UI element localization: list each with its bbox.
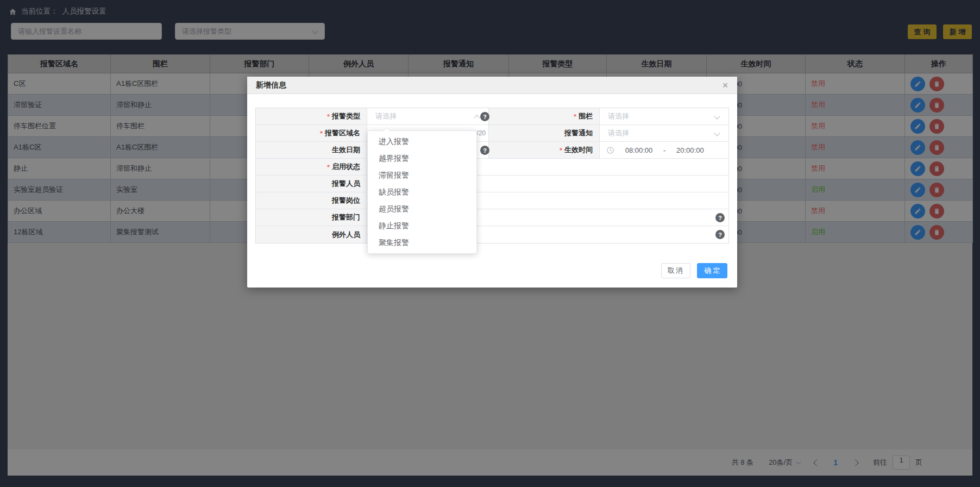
required-asterisk: * xyxy=(327,113,330,121)
dropdown-option-overstaffed[interactable]: 超员报警 xyxy=(368,201,476,217)
time-end-value[interactable]: 20:00:00 xyxy=(669,146,711,154)
form-row-type-fence: * 报警类型 请选择 ? * 围栏 请选择 xyxy=(256,108,728,125)
effective-time-label: * 生效时间 xyxy=(489,142,600,158)
modal-title: 新增信息 xyxy=(256,80,286,90)
form-row-alarm-post: 报警岗位 xyxy=(256,192,728,209)
form-row-exception-people: 例外人员 ? xyxy=(256,226,728,243)
cancel-button[interactable]: 取消 xyxy=(661,263,690,278)
enable-status-label: * 启用状态 xyxy=(256,159,367,175)
modal-footer: 取消 确定 xyxy=(661,263,727,278)
alarm-type-label: * 报警类型 xyxy=(256,108,367,124)
modal-form: * 报警类型 请选择 ? * 围栏 请选择 * 报警区域名 xyxy=(255,108,729,244)
area-name-label: * 报警区域名 xyxy=(256,125,367,141)
alarm-people-label: 报警人员 xyxy=(256,176,367,192)
effective-date-help-icon[interactable]: ? xyxy=(480,146,489,155)
alarm-type-select[interactable]: 请选择 ? xyxy=(367,108,489,124)
required-asterisk: * xyxy=(574,113,576,121)
dropdown-option-understaffed[interactable]: 缺员报警 xyxy=(368,184,476,201)
chevron-down-icon xyxy=(714,130,720,136)
form-row-date-time: 生效日期 ? * 生效时间 08:00:00 - 20:00:00 xyxy=(256,142,728,159)
required-asterisk: * xyxy=(327,163,330,171)
alarm-dept-help-icon[interactable]: ? xyxy=(715,213,725,222)
effective-time-range-picker[interactable]: 08:00:00 - 20:00:00 xyxy=(600,142,728,158)
form-row-alarm-dept: 报警部门 ? xyxy=(256,209,728,226)
alarm-post-label: 报警岗位 xyxy=(256,192,367,209)
required-asterisk: * xyxy=(560,146,562,154)
dropdown-option-still[interactable]: 静止报警 xyxy=(368,217,476,234)
confirm-button[interactable]: 确定 xyxy=(697,263,727,278)
dropdown-option-cross[interactable]: 越界报警 xyxy=(368,150,476,167)
chevron-up-icon xyxy=(474,115,480,121)
exception-people-help-icon[interactable]: ? xyxy=(715,230,725,239)
form-row-alarm-people: 报警人员 xyxy=(256,176,728,192)
modal-header: 新增信息 xyxy=(247,77,737,94)
dropdown-option-linger[interactable]: 滞留报警 xyxy=(368,167,476,184)
dropdown-option-gather[interactable]: 聚集报警 xyxy=(368,234,476,251)
time-start-value[interactable]: 08:00:00 xyxy=(618,146,660,154)
clock-icon xyxy=(606,146,614,154)
fence-label: * 围栏 xyxy=(489,108,600,124)
alarm-dept-label: 报警部门 xyxy=(256,209,367,226)
notify-label: 报警通知 xyxy=(489,125,600,141)
close-icon[interactable]: × xyxy=(719,79,732,92)
chevron-down-icon xyxy=(714,113,720,119)
required-asterisk: * xyxy=(320,129,323,138)
dropdown-option-enter[interactable]: 进入报警 xyxy=(368,133,476,150)
time-separator: - xyxy=(663,146,665,154)
fence-select[interactable]: 请选择 xyxy=(600,108,728,124)
alarm-type-dropdown: 进入报警 越界报警 滞留报警 缺员报警 超员报警 静止报警 聚集报警 xyxy=(367,130,477,254)
form-row-enable-status: * 启用状态 xyxy=(256,159,728,176)
effective-date-label: 生效日期 xyxy=(256,142,367,158)
exception-people-label: 例外人员 xyxy=(256,226,367,243)
alarm-type-help-icon[interactable]: ? xyxy=(480,112,489,121)
add-info-modal: 新增信息 × * 报警类型 请选择 ? * 围栏 请选择 * xyxy=(247,77,737,288)
form-row-name-notify: * 报警区域名 0/20 报警通知 请选择 xyxy=(256,125,728,142)
notify-select[interactable]: 请选择 xyxy=(600,125,728,141)
